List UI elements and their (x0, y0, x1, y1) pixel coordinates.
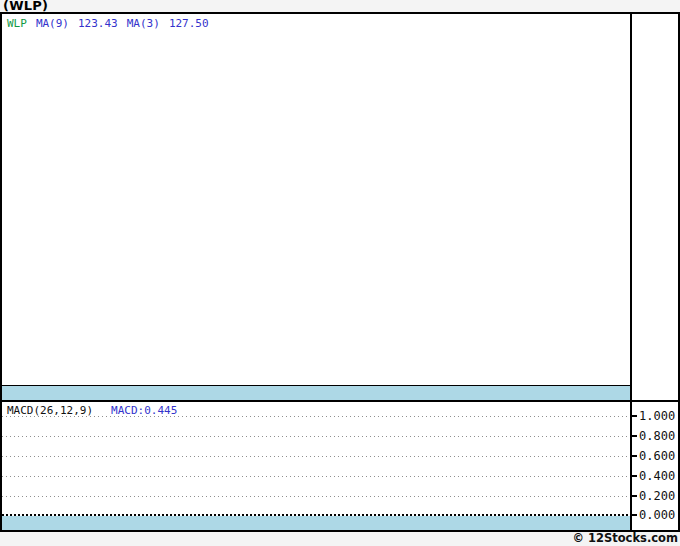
y-axis-tick (632, 415, 637, 417)
macd-gridline-0600 (2, 456, 630, 457)
bottom-band (2, 516, 630, 530)
y-axis-tick (632, 435, 637, 437)
y-axis-tick (632, 475, 637, 477)
ma3-value: 127.50 (169, 17, 209, 30)
chart-frame: WLP MA(9) 123.43 MA(3) 127.50 MACD(26,12… (0, 12, 680, 532)
y-axis-label: 0.600 (639, 448, 679, 464)
price-panel-legend: WLP MA(9) 123.43 MA(3) 127.50 (7, 17, 209, 30)
ticker-symbol-label: WLP (7, 17, 27, 30)
y-axis-divider (630, 14, 632, 530)
y-axis-tick (632, 495, 637, 497)
y-axis-label: 0.200 (639, 488, 679, 504)
macd-gridline-0400 (2, 476, 630, 477)
macd-gridline-0200 (2, 496, 630, 497)
copyright-text: © 12Stocks.com (572, 531, 678, 545)
macd-gridline-1000 (2, 416, 630, 417)
y-axis-label: 1.000 (639, 408, 679, 424)
y-axis-tick (632, 514, 637, 516)
y-axis-label: 0.400 (639, 468, 679, 484)
ma9-value: 123.43 (78, 17, 118, 30)
y-axis-label: 0.800 (639, 428, 679, 444)
panel-separator-band (2, 385, 630, 400)
ma3-label: MA(3) (127, 17, 160, 30)
y-axis-label: 0.000 (639, 507, 679, 523)
macd-gridline-0800 (2, 436, 630, 437)
ma9-label: MA(9) (36, 17, 69, 30)
panel-separator-line (2, 400, 678, 402)
y-axis-tick (632, 455, 637, 457)
